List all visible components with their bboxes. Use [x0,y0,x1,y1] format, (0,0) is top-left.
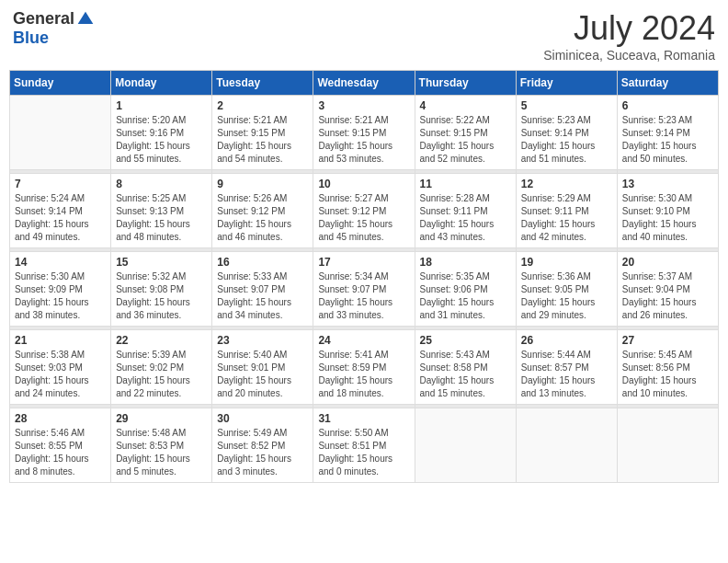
day-info: Sunrise: 5:43 AM Sunset: 8:58 PM Dayligh… [420,349,511,400]
calendar-cell: 23Sunrise: 5:40 AM Sunset: 9:01 PM Dayli… [212,330,313,405]
weekday-header: Saturday [617,71,718,96]
calendar-cell: 29Sunrise: 5:48 AM Sunset: 8:53 PM Dayli… [111,408,212,483]
calendar-cell: 27Sunrise: 5:45 AM Sunset: 8:56 PM Dayli… [617,330,718,405]
calendar-cell: 8Sunrise: 5:25 AM Sunset: 9:13 PM Daylig… [111,174,212,248]
day-info: Sunrise: 5:44 AM Sunset: 8:57 PM Dayligh… [521,349,612,400]
page-header: General Blue July 2024 Siminicea, Suceav… [9,9,719,63]
title-area: July 2024 Siminicea, Suceava, Romania [543,9,715,63]
calendar-cell: 19Sunrise: 5:36 AM Sunset: 9:05 PM Dayli… [516,252,617,327]
day-number: 24 [318,334,409,347]
day-info: Sunrise: 5:29 AM Sunset: 9:11 PM Dayligh… [521,192,612,244]
weekday-header: Friday [516,71,617,96]
day-info: Sunrise: 5:27 AM Sunset: 9:12 PM Dayligh… [318,192,409,244]
day-number: 20 [622,256,713,269]
calendar-cell: 6Sunrise: 5:23 AM Sunset: 9:14 PM Daylig… [617,96,718,170]
weekday-header: Tuesday [212,71,313,96]
weekday-header: Thursday [415,71,516,96]
calendar-cell: 26Sunrise: 5:44 AM Sunset: 8:57 PM Dayli… [516,330,617,405]
location-subtitle: Siminicea, Suceava, Romania [543,48,715,63]
day-number: 3 [318,99,409,112]
day-number: 18 [420,256,511,269]
day-info: Sunrise: 5:48 AM Sunset: 8:53 PM Dayligh… [116,427,207,478]
calendar-cell: 25Sunrise: 5:43 AM Sunset: 8:58 PM Dayli… [415,330,516,405]
day-info: Sunrise: 5:41 AM Sunset: 8:59 PM Dayligh… [318,349,409,400]
day-info: Sunrise: 5:25 AM Sunset: 9:13 PM Dayligh… [116,192,207,244]
calendar-cell [415,408,516,483]
calendar-header-row: SundayMondayTuesdayWednesdayThursdayFrid… [10,71,719,96]
day-info: Sunrise: 5:38 AM Sunset: 9:03 PM Dayligh… [15,349,106,400]
day-number: 14 [15,256,106,269]
day-number: 27 [622,334,713,347]
day-number: 2 [217,99,308,112]
calendar-cell: 28Sunrise: 5:46 AM Sunset: 8:55 PM Dayli… [10,408,111,483]
day-number: 17 [318,256,409,269]
day-number: 13 [622,178,713,190]
calendar-week-row: 7Sunrise: 5:24 AM Sunset: 9:14 PM Daylig… [10,174,719,248]
calendar-cell: 30Sunrise: 5:49 AM Sunset: 8:52 PM Dayli… [212,408,313,483]
calendar-week-row: 21Sunrise: 5:38 AM Sunset: 9:03 PM Dayli… [10,330,719,405]
calendar-cell: 10Sunrise: 5:27 AM Sunset: 9:12 PM Dayli… [313,174,415,248]
day-info: Sunrise: 5:24 AM Sunset: 9:14 PM Dayligh… [15,192,106,244]
day-number: 4 [420,99,511,112]
day-number: 23 [217,334,308,347]
day-number: 6 [622,99,713,112]
day-info: Sunrise: 5:50 AM Sunset: 8:51 PM Dayligh… [318,427,409,478]
day-number: 25 [420,334,511,347]
day-info: Sunrise: 5:21 AM Sunset: 9:15 PM Dayligh… [318,114,409,166]
day-number: 29 [116,412,207,425]
calendar-cell: 16Sunrise: 5:33 AM Sunset: 9:07 PM Dayli… [212,252,313,327]
calendar-cell: 13Sunrise: 5:30 AM Sunset: 9:10 PM Dayli… [617,174,718,248]
day-info: Sunrise: 5:30 AM Sunset: 9:09 PM Dayligh… [15,270,106,322]
calendar-cell: 24Sunrise: 5:41 AM Sunset: 8:59 PM Dayli… [313,330,415,405]
day-number: 8 [116,178,207,190]
day-number: 21 [15,334,106,347]
day-info: Sunrise: 5:36 AM Sunset: 9:05 PM Dayligh… [521,270,612,322]
calendar-cell: 22Sunrise: 5:39 AM Sunset: 9:02 PM Dayli… [111,330,212,405]
day-info: Sunrise: 5:33 AM Sunset: 9:07 PM Dayligh… [217,270,308,322]
day-info: Sunrise: 5:46 AM Sunset: 8:55 PM Dayligh… [15,427,106,478]
calendar-cell: 5Sunrise: 5:23 AM Sunset: 9:14 PM Daylig… [516,96,617,170]
day-number: 28 [15,412,106,425]
day-info: Sunrise: 5:32 AM Sunset: 9:08 PM Dayligh… [116,270,207,322]
calendar-cell: 3Sunrise: 5:21 AM Sunset: 9:15 PM Daylig… [313,96,415,170]
calendar-cell: 14Sunrise: 5:30 AM Sunset: 9:09 PM Dayli… [10,252,111,327]
day-info: Sunrise: 5:28 AM Sunset: 9:11 PM Dayligh… [420,192,511,244]
day-number: 31 [318,412,409,425]
calendar-cell: 18Sunrise: 5:35 AM Sunset: 9:06 PM Dayli… [415,252,516,327]
day-info: Sunrise: 5:22 AM Sunset: 9:15 PM Dayligh… [420,114,511,166]
calendar-cell: 11Sunrise: 5:28 AM Sunset: 9:11 PM Dayli… [415,174,516,248]
day-number: 22 [116,334,207,347]
calendar-cell: 2Sunrise: 5:21 AM Sunset: 9:15 PM Daylig… [212,96,313,170]
day-info: Sunrise: 5:40 AM Sunset: 9:01 PM Dayligh… [217,349,308,400]
day-number: 7 [15,178,106,190]
day-info: Sunrise: 5:30 AM Sunset: 9:10 PM Dayligh… [622,192,713,244]
calendar-cell: 4Sunrise: 5:22 AM Sunset: 9:15 PM Daylig… [415,96,516,170]
calendar-cell: 31Sunrise: 5:50 AM Sunset: 8:51 PM Dayli… [313,408,415,483]
calendar-cell: 1Sunrise: 5:20 AM Sunset: 9:16 PM Daylig… [111,96,212,170]
day-info: Sunrise: 5:35 AM Sunset: 9:06 PM Dayligh… [420,270,511,322]
calendar-cell: 20Sunrise: 5:37 AM Sunset: 9:04 PM Dayli… [617,252,718,327]
day-number: 19 [521,256,612,269]
day-info: Sunrise: 5:21 AM Sunset: 9:15 PM Dayligh… [217,114,308,166]
calendar-cell [516,408,617,483]
day-number: 9 [217,178,308,190]
logo: General Blue [13,9,95,48]
day-number: 16 [217,256,308,269]
day-number: 10 [318,178,409,190]
day-number: 5 [521,99,612,112]
day-number: 1 [116,99,207,112]
day-info: Sunrise: 5:23 AM Sunset: 9:14 PM Dayligh… [622,114,713,166]
logo-general-text: General [13,9,74,29]
day-number: 12 [521,178,612,190]
weekday-header: Wednesday [313,71,415,96]
weekday-header: Monday [111,71,212,96]
calendar-cell: 21Sunrise: 5:38 AM Sunset: 9:03 PM Dayli… [10,330,111,405]
day-info: Sunrise: 5:26 AM Sunset: 9:12 PM Dayligh… [217,192,308,244]
month-title: July 2024 [543,9,715,48]
svg-marker-0 [78,11,94,23]
day-info: Sunrise: 5:20 AM Sunset: 9:16 PM Dayligh… [116,114,207,166]
day-number: 30 [217,412,308,425]
calendar-cell [617,408,718,483]
day-number: 11 [420,178,511,190]
day-number: 26 [521,334,612,347]
